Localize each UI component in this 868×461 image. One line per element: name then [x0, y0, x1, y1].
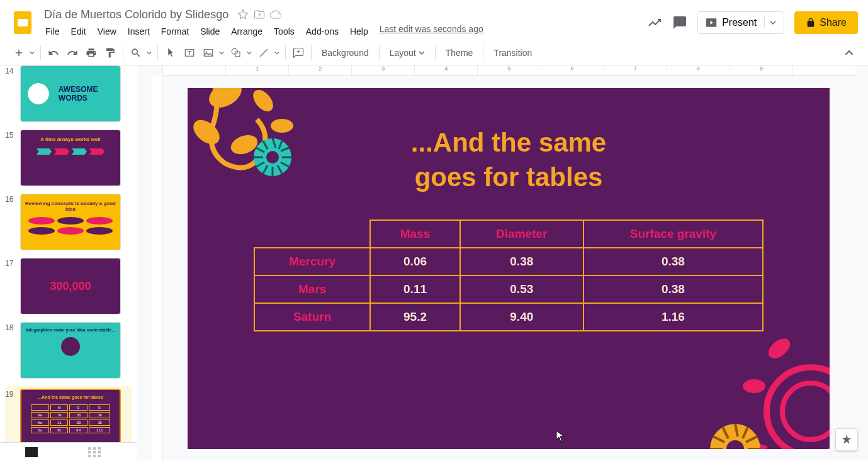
table-header[interactable]: Diameter [460, 220, 583, 248]
thumb-number: 17 [5, 258, 20, 314]
slide-panel[interactable]: 14 AWESOME WORDS 15 A time always works … [0, 65, 137, 461]
decorative-swirl-bottom-right [666, 286, 830, 449]
menu-file[interactable]: File [40, 24, 65, 39]
svg-rect-21 [88, 447, 91, 450]
menu-format[interactable]: Format [156, 24, 194, 39]
table-cell[interactable]: 95.2 [370, 303, 459, 331]
menu-insert[interactable]: Insert [123, 24, 155, 39]
table-cell[interactable]: 9.40 [460, 303, 583, 331]
zoom-button[interactable] [127, 44, 145, 62]
document-title[interactable]: Día de Muertos Colorido by Slidesgo [40, 7, 232, 23]
menu-view[interactable]: View [93, 24, 121, 39]
background-button[interactable]: Background [315, 44, 375, 62]
menu-addons[interactable]: Add-ons [301, 24, 344, 39]
paint-format-button[interactable] [101, 44, 119, 62]
table-cell[interactable]: 0.06 [370, 248, 459, 275]
explore-icon [840, 433, 853, 446]
filmstrip-view-icon[interactable] [25, 447, 38, 457]
new-slide-chevron-icon[interactable] [28, 44, 37, 62]
comment-tool[interactable] [290, 44, 307, 62]
present-chevron-icon[interactable] [764, 17, 776, 28]
table-cell[interactable]: 0.11 [370, 275, 459, 303]
menu-help[interactable]: Help [345, 24, 373, 39]
transition-button[interactable]: Transition [487, 44, 538, 62]
zoom-chevron-icon[interactable] [145, 44, 154, 62]
menu-slide[interactable]: Slide [195, 24, 225, 39]
menu-arrange[interactable]: Arrange [226, 24, 268, 39]
cloud-status-icon[interactable] [270, 9, 281, 20]
table-row: Mercury 0.06 0.38 0.38 [254, 248, 763, 275]
main-area: 14 AWESOME WORDS 15 A time always works … [0, 65, 868, 461]
theme-button[interactable]: Theme [439, 44, 480, 62]
table-cell[interactable]: 0.38 [583, 248, 763, 275]
move-icon[interactable] [254, 9, 265, 20]
explore-button[interactable] [835, 428, 858, 451]
select-tool[interactable] [162, 44, 179, 62]
svg-rect-22 [93, 447, 96, 450]
table-cell[interactable]: 0.38 [460, 248, 583, 275]
header-actions: Present Share [647, 11, 858, 34]
horizontal-ruler: 123456789 [162, 65, 855, 75]
slide-thumbnail-15[interactable]: A time always works well [20, 130, 121, 186]
collapse-toolbar-button[interactable] [840, 44, 858, 62]
svg-rect-28 [93, 455, 96, 457]
toolbar: Background Layout Theme Transition [0, 40, 868, 65]
layout-chevron-icon [419, 50, 425, 56]
share-label: Share [820, 17, 847, 28]
image-tool[interactable] [200, 44, 217, 62]
undo-button[interactable] [45, 44, 62, 62]
present-icon [706, 17, 717, 28]
svg-point-7 [205, 88, 246, 113]
menu-tools[interactable]: Tools [269, 24, 300, 39]
thumb-text: AWESOME WORDS [59, 85, 120, 103]
table-rowhead[interactable]: Mars [254, 275, 370, 303]
slide-canvas[interactable]: ...And the same goes for tables Mass Dia… [188, 88, 830, 449]
svg-rect-27 [88, 455, 91, 457]
svg-rect-26 [98, 451, 101, 453]
thumb-number: 15 [5, 130, 20, 186]
decorative-swirl-top-left [188, 88, 351, 239]
print-button[interactable] [82, 44, 100, 62]
thumb-text: 300,000 [50, 280, 91, 293]
slide-thumbnail-14[interactable]: AWESOME WORDS [20, 65, 121, 122]
vertical-ruler [152, 75, 162, 461]
comments-icon[interactable] [672, 15, 687, 30]
new-slide-button[interactable] [10, 44, 28, 62]
table-rowhead[interactable]: Saturn [254, 303, 370, 331]
slide-thumbnail-18[interactable]: Infographics make your idea understable.… [20, 322, 121, 379]
activity-icon[interactable] [647, 15, 662, 30]
svg-point-5 [232, 48, 237, 54]
image-chevron-icon[interactable] [217, 44, 226, 62]
share-button[interactable]: Share [794, 11, 858, 34]
grid-view-icon[interactable] [88, 447, 101, 457]
last-edit-link[interactable]: Last edit was seconds ago [380, 24, 483, 39]
canvas-area[interactable]: 123456789 ...And the same goes for table… [137, 65, 868, 461]
shape-chevron-icon[interactable] [245, 44, 254, 62]
line-chevron-icon[interactable] [273, 44, 281, 62]
svg-rect-25 [93, 451, 96, 453]
slides-logo[interactable] [10, 10, 35, 35]
menu-edit[interactable]: Edit [66, 24, 91, 39]
present-button[interactable]: Present [697, 11, 784, 34]
skull-graphic [25, 72, 52, 116]
redo-button[interactable] [64, 44, 81, 62]
table-rowhead[interactable]: Mercury [254, 248, 370, 275]
star-icon[interactable] [237, 9, 249, 20]
table-header[interactable]: Mass [370, 220, 459, 248]
menu-bar: File Edit View Insert Format Slide Arran… [40, 24, 647, 39]
textbox-tool[interactable] [181, 44, 198, 62]
thumb-title: A time always works well [21, 130, 120, 142]
view-mode-footer [0, 442, 137, 461]
app-header: Día de Muertos Colorido by Slidesgo File… [0, 0, 868, 40]
layout-button[interactable]: Layout [383, 44, 431, 62]
slide-thumbnail-16[interactable]: Reviewing concepts is usually a good ide… [20, 194, 121, 250]
slide-thumbnail-17[interactable]: 300,000 [20, 258, 121, 314]
table-cell[interactable]: 0.53 [460, 275, 583, 303]
thumb-title: ...And the same goes for tables [21, 390, 120, 399]
slide-thumbnail-19[interactable]: ...And the same goes for tables MDGMe.06… [20, 389, 121, 445]
table-header[interactable]: Surface gravity [583, 220, 763, 248]
line-tool[interactable] [255, 44, 273, 62]
shape-tool[interactable] [227, 44, 245, 62]
svg-rect-29 [98, 455, 101, 457]
svg-point-8 [189, 115, 224, 149]
